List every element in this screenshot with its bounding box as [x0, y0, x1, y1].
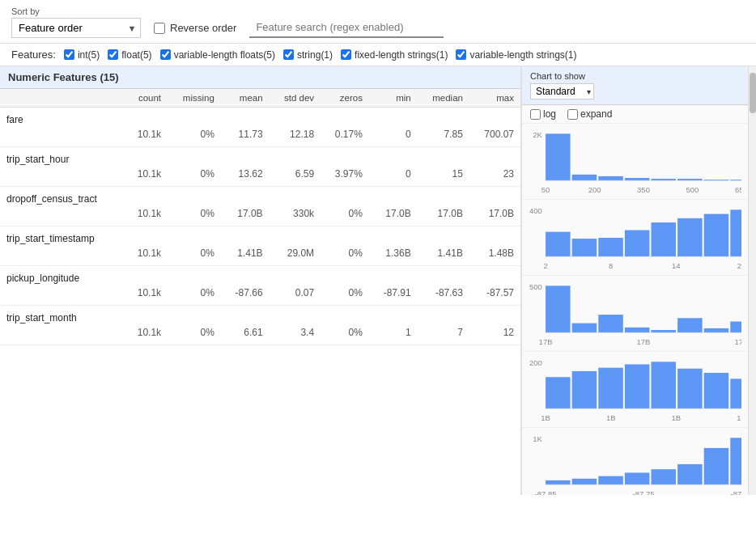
- feature-chip-int[interactable]: int(5): [64, 49, 100, 61]
- svg-rect-33: [625, 328, 650, 332]
- expand-option-label[interactable]: expand: [567, 108, 612, 120]
- sort-select[interactable]: Feature order: [11, 18, 141, 38]
- expand-label: expand: [580, 108, 612, 120]
- feature-chip-string[interactable]: string(1): [283, 49, 333, 61]
- chart-svg: 200 1B1B1B1B: [529, 357, 741, 424]
- feature-name: trip_start_hour: [0, 147, 124, 167]
- chart-svg: 400 281420: [529, 205, 741, 272]
- charts-scroll[interactable]: 2K 50200350500650 400 281420 500 17B17B1…: [522, 124, 748, 495]
- row-mean: 6.61: [221, 325, 270, 345]
- feature-name: pickup_longitude: [0, 266, 124, 286]
- svg-text:650: 650: [735, 185, 741, 194]
- row-zeros: 3.97%: [321, 167, 369, 187]
- svg-rect-17: [572, 239, 597, 256]
- row-count: 10.1k: [124, 325, 168, 345]
- feature-checkbox-float[interactable]: [108, 49, 118, 60]
- svg-rect-62: [677, 464, 703, 484]
- log-checkbox[interactable]: [530, 109, 541, 120]
- svg-rect-49: [704, 373, 729, 408]
- svg-text:500: 500: [686, 185, 699, 194]
- feature-chip-float[interactable]: float(5): [108, 49, 151, 61]
- chart-svg: 500 17B17B17B: [529, 281, 741, 348]
- chart-item: 1K -87.85-87.75-87.65: [522, 428, 748, 495]
- main-area: Numeric Features (15) count missing mean…: [0, 66, 756, 495]
- svg-rect-46: [625, 365, 650, 409]
- svg-rect-31: [572, 324, 597, 333]
- svg-rect-64: [730, 438, 741, 485]
- row-mean: 11.73: [221, 127, 270, 147]
- chart-svg: 2K 50200350500650: [529, 129, 741, 196]
- row-zeros: 0.17%: [321, 127, 369, 147]
- row-mean: -87.66: [221, 286, 270, 306]
- chart-type-select[interactable]: Standard: [530, 83, 594, 99]
- svg-text:1B: 1B: [541, 413, 550, 422]
- svg-rect-19: [625, 231, 650, 257]
- row-min: 1.36B: [369, 246, 418, 266]
- svg-text:500: 500: [529, 282, 542, 291]
- row-zeros: 0%: [321, 206, 369, 226]
- table-row: dropoff_census_tract: [0, 187, 520, 207]
- svg-text:200: 200: [588, 185, 601, 194]
- feature-checkbox-flstrings[interactable]: [341, 49, 351, 60]
- svg-rect-35: [677, 318, 703, 332]
- svg-rect-20: [651, 222, 676, 256]
- feature-name: trip_start_timestamp: [0, 226, 124, 247]
- scrollbar-thumb[interactable]: [750, 73, 756, 113]
- feature-chip-vlstrings[interactable]: variable-length strings(1): [456, 49, 576, 61]
- svg-text:14: 14: [672, 261, 681, 270]
- feature-chip-flstrings[interactable]: fixed-length strings(1): [341, 49, 448, 61]
- feature-checkbox-int[interactable]: [64, 49, 74, 60]
- svg-rect-2: [572, 175, 597, 180]
- features-bar: Features: int(5) float(5) variable-lengt…: [0, 44, 756, 66]
- feature-name: dropoff_census_tract: [0, 187, 124, 207]
- svg-rect-30: [546, 286, 571, 332]
- svg-rect-47: [651, 362, 676, 409]
- row-stddev: 29.0M: [270, 246, 321, 266]
- feature-checkbox-vlstrings[interactable]: [456, 49, 466, 60]
- col-stddev: std dev: [270, 89, 321, 108]
- svg-rect-21: [677, 218, 703, 256]
- svg-text:-87.75: -87.75: [633, 489, 655, 495]
- feature-checkbox-string[interactable]: [283, 49, 294, 60]
- chart-panel-header: Chart to show Standard ▾: [522, 66, 748, 105]
- table-panel: Numeric Features (15) count missing mean…: [0, 66, 521, 495]
- svg-rect-22: [704, 214, 729, 257]
- row-median: 17.0B: [418, 206, 469, 226]
- row-mean: 1.41B: [221, 246, 270, 266]
- reverse-order-checkbox-label[interactable]: Reverse order: [154, 22, 236, 34]
- svg-rect-6: [677, 179, 703, 180]
- chart-item: 400 281420: [522, 200, 748, 276]
- log-option-label[interactable]: log: [530, 108, 556, 120]
- row-max: 12: [469, 325, 520, 345]
- svg-rect-18: [598, 238, 623, 256]
- svg-text:17B: 17B: [637, 337, 651, 346]
- row-stddev: 3.4: [270, 325, 321, 345]
- row-count: 10.1k: [124, 206, 168, 226]
- row-name-empty: [0, 127, 124, 147]
- row-missing: 0%: [168, 167, 221, 187]
- scrollbar-track[interactable]: [748, 66, 756, 495]
- table-data-row: 10.1k 0% 17.0B 330k 0% 17.0B 17.0B 17.0B: [0, 206, 520, 226]
- svg-text:-87.85: -87.85: [535, 489, 557, 495]
- svg-text:50: 50: [542, 185, 550, 194]
- chart-options-bar: log expand: [522, 105, 748, 124]
- svg-text:-87.65: -87.65: [731, 489, 741, 495]
- table-row: trip_start_timestamp: [0, 226, 520, 247]
- col-zeros: zeros: [321, 89, 369, 108]
- svg-rect-44: [572, 371, 597, 408]
- table-data-row: 10.1k 0% 6.61 3.4 0% 1 7 12: [0, 325, 520, 345]
- reverse-order-checkbox[interactable]: [154, 23, 165, 34]
- row-missing: 0%: [168, 246, 221, 266]
- row-name-empty: [0, 246, 124, 266]
- table-header-row: count missing mean std dev zeros min med…: [0, 89, 520, 108]
- table-row: trip_start_hour: [0, 147, 520, 167]
- search-input[interactable]: [249, 18, 444, 38]
- row-mean: 17.0B: [221, 206, 270, 226]
- chart-svg: 1K -87.85-87.75-87.65: [529, 433, 741, 495]
- expand-checkbox[interactable]: [567, 109, 578, 120]
- svg-rect-57: [546, 480, 571, 484]
- svg-rect-3: [598, 176, 623, 180]
- feature-checkbox-vlfloats[interactable]: [160, 49, 171, 60]
- feature-chip-vlfloats[interactable]: variable-length floats(5): [160, 49, 275, 61]
- svg-text:2: 2: [543, 261, 547, 270]
